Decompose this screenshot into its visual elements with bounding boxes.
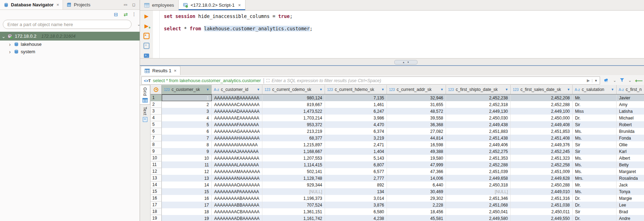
grid-cell[interactable]: 14,006 — [387, 175, 446, 182]
grid-cell[interactable]: Mr. — [573, 182, 617, 188]
grid-cell[interactable]: 2,450,288 — [511, 182, 573, 188]
grid-cell[interactable]: [NULL] — [446, 188, 511, 195]
chevron-expanded-icon[interactable]: ⌄ — [1, 34, 6, 39]
table-row[interactable]: 11AAAAAAAABAAAAAAA980,1247,13532,9462,45… — [151, 94, 644, 101]
grid-cell[interactable]: 47,999 — [387, 161, 446, 168]
grid-cell[interactable]: 2,449,550 — [511, 215, 573, 221]
column-header-c_customer_sk[interactable]: 123c_customer_sk▼ — [162, 85, 212, 94]
chevron-right-icon[interactable]: › — [8, 49, 12, 54]
grid-cell[interactable]: AAAAAAAAPAAAAAAA — [212, 188, 262, 195]
grid-cell[interactable]: 2,450,318 — [446, 182, 511, 188]
grid-cell[interactable]: 6,807 — [325, 161, 387, 168]
grid-cell[interactable]: Sir — [573, 148, 617, 155]
execute-script-button[interactable] — [144, 33, 149, 39]
grid-cell[interactable]: 3,876 — [325, 202, 387, 208]
expand-filter-icon[interactable]: ⛶ — [267, 78, 269, 83]
grid-cell[interactable]: 2,450,041 — [446, 208, 511, 215]
grid-cell[interactable]: Dr. — [573, 202, 617, 208]
grid-cell[interactable]: 49,388 — [387, 148, 446, 155]
grid-cell[interactable]: Dr. — [573, 101, 617, 108]
row-number[interactable]: 12 — [151, 168, 162, 175]
grid-cell[interactable]: Andre — [617, 215, 644, 221]
tab-script-1[interactable]: <172.18.0.2> Script-1 × — [178, 0, 246, 10]
tab-results-1[interactable]: Results 1 × — [141, 66, 180, 75]
apply-filter-icon[interactable]: ▶ — [587, 78, 590, 83]
erase-filter-icon[interactable] — [604, 78, 610, 84]
grid-cell[interactable]: 11 — [162, 161, 212, 168]
grid-cell[interactable]: 2,452,238 — [446, 94, 511, 101]
grid-cell[interactable]: Margaret — [617, 168, 644, 175]
table-row[interactable]: 1212AAAAAAAAMAAAAAAA502,1416,57747,3662,… — [151, 168, 644, 175]
grid-cell[interactable]: 6,580 — [325, 208, 387, 215]
grid-cell[interactable]: Ms. — [573, 135, 617, 141]
grid-cell[interactable]: 14 — [162, 182, 212, 188]
grid-cell[interactable]: 1,703,214 — [262, 115, 325, 121]
table-row[interactable]: 99AAAAAAAAJAAAAAAA1,168,6671,40449,3882,… — [151, 148, 644, 155]
sql-editor[interactable]: ▶ ▶+ >_ set session hide_inaccessible_co… — [140, 11, 644, 58]
grid-cell[interactable]: 929,344 — [262, 182, 325, 188]
open-console-button[interactable]: >_ — [144, 53, 149, 59]
grid-cell[interactable]: 892 — [325, 182, 387, 188]
grid-cell[interactable]: Ms. — [573, 168, 617, 175]
grid-cell[interactable]: 19 — [162, 215, 212, 221]
grid-cell[interactable]: Brad — [617, 208, 644, 215]
grid-cell[interactable]: 2,451,353 — [446, 155, 511, 161]
object-filter-input[interactable] — [3, 20, 132, 29]
grid-cell[interactable]: Miss — [573, 108, 617, 115]
grid-cell[interactable]: Mr. — [573, 94, 617, 101]
table-row[interactable]: 1111AAAAAAAALAAAAAAA1,114,4156,80747,999… — [151, 161, 644, 168]
grid-cell[interactable]: 15 — [162, 188, 212, 195]
collapse-down-icon[interactable]: ▼ — [407, 61, 409, 63]
grid-cell[interactable]: 17 — [162, 202, 212, 208]
grid-cell[interactable]: 3,986 — [325, 115, 387, 121]
grid-cell[interactable]: AAAAAAAAOAAAAAAA — [212, 182, 262, 188]
column-dropdown-icon[interactable]: ▼ — [319, 88, 323, 91]
grid-cell[interactable]: 1,207,553 — [262, 155, 325, 161]
column-header-c_first_n[interactable]: A-zc_first_n▼ — [617, 85, 644, 94]
grid-cell[interactable]: 2,451,038 — [511, 202, 573, 208]
grid-cell[interactable]: 9 — [162, 148, 212, 155]
row-number[interactable]: 2 — [151, 101, 162, 108]
grid-cell[interactable]: 134 — [325, 188, 387, 195]
grid-cell[interactable]: [NULL] — [262, 188, 325, 195]
row-number[interactable]: 5 — [151, 121, 162, 128]
grid-cell[interactable]: 1,215,897 — [262, 141, 325, 148]
table-row[interactable]: 22AAAAAAAACAAAAAAA819,6671,46131,6552,45… — [151, 101, 644, 108]
grid-cell[interactable]: AAAAAAAAHAAAAAAA — [212, 135, 262, 141]
column-header-c_salutation[interactable]: A-zc_salutation▼ — [573, 85, 617, 94]
grid-cell[interactable]: AAAAAAAANAAAAAAA — [212, 175, 262, 182]
grid-cell[interactable]: AAAAAAAABBAAAAAA — [212, 202, 262, 208]
grid-cell[interactable]: Jack — [617, 182, 644, 188]
chevron-down-icon[interactable]: ⌄ — [628, 78, 631, 83]
grid-cell[interactable]: AAAAAAAAEAAAAAAA — [212, 115, 262, 121]
grid-cell[interactable]: 2,451,039 — [446, 168, 511, 175]
grid-cell[interactable]: 4,238 — [325, 215, 387, 221]
grid-cell[interactable]: AAAAAAAAFAAAAAAA — [212, 121, 262, 128]
column-header-c_current_hdemo_sk[interactable]: 123c_current_hdemo_sk▼ — [325, 85, 387, 94]
grid-cell[interactable]: AAAAAAAACBAAAAAA — [212, 208, 262, 215]
grid-cell[interactable]: 213,219 — [262, 128, 325, 135]
grid-cell[interactable]: 4,470 — [325, 121, 387, 128]
row-number[interactable]: 11 — [151, 161, 162, 168]
grid-cell[interactable]: 2,449,580 — [446, 215, 511, 221]
row-number[interactable]: 3 — [151, 108, 162, 115]
grid-cell[interactable]: Fonda — [617, 135, 644, 141]
grid-cell[interactable]: 18,456 — [387, 208, 446, 215]
grid-cell[interactable]: 27,082 — [387, 128, 446, 135]
grid-cell[interactable]: Ms. — [573, 161, 617, 168]
grid-cell[interactable]: Lee — [617, 202, 644, 208]
collapse-up-icon[interactable]: ▲ — [402, 61, 405, 63]
grid-cell[interactable]: 2,452,245 — [511, 148, 573, 155]
grid-cell[interactable]: AAAAAAAALAAAAAAA — [212, 161, 262, 168]
link-with-editor-icon[interactable]: ⇄ — [123, 12, 128, 17]
column-dropdown-icon[interactable]: ▼ — [505, 88, 508, 91]
splitter-handle[interactable]: ▲▼ — [394, 60, 417, 65]
grid-cell[interactable]: 2,451,316 — [511, 195, 573, 202]
collapse-all-icon[interactable]: ⊟ — [114, 12, 118, 17]
grid-cell[interactable]: Mrs. — [573, 175, 617, 182]
row-number[interactable]: 18 — [151, 208, 162, 215]
grid-cell[interactable]: 2,449,010 — [511, 188, 573, 195]
grid-cell[interactable]: AAAAAAAAJAAAAAAA — [212, 148, 262, 155]
grid-cell[interactable]: 6,440 — [387, 182, 446, 188]
table-row[interactable]: 1818AAAAAAAACBAAAAAA1,361,1516,58018,456… — [151, 208, 644, 215]
